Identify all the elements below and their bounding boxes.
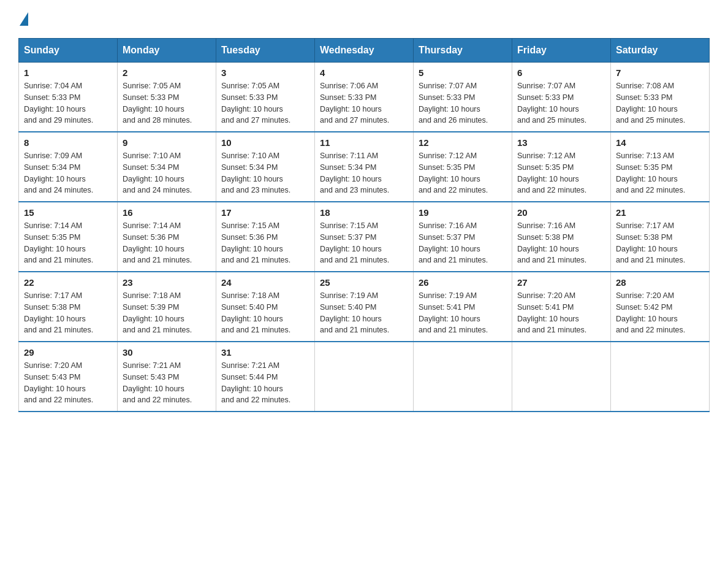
day-number: 7 — [616, 67, 704, 78]
calendar-header-row: SundayMondayTuesdayWednesdayThursdayFrid… — [19, 39, 710, 63]
day-number: 22 — [24, 277, 112, 288]
calendar-cell: 14 Sunrise: 7:13 AMSunset: 5:35 PMDaylig… — [611, 132, 710, 202]
calendar-week-row: 15 Sunrise: 7:14 AMSunset: 5:35 PMDaylig… — [19, 202, 710, 272]
day-number: 30 — [123, 347, 211, 358]
day-number: 1 — [24, 67, 112, 78]
calendar-cell: 23 Sunrise: 7:18 AMSunset: 5:39 PMDaylig… — [118, 272, 216, 342]
day-number: 15 — [24, 207, 112, 218]
calendar-cell: 28 Sunrise: 7:20 AMSunset: 5:42 PMDaylig… — [611, 272, 710, 342]
calendar-cell: 18 Sunrise: 7:15 AMSunset: 5:37 PMDaylig… — [315, 202, 414, 272]
day-number: 11 — [320, 137, 408, 148]
day-info: Sunrise: 7:11 AMSunset: 5:34 PMDaylight:… — [320, 150, 408, 196]
calendar-cell: 25 Sunrise: 7:19 AMSunset: 5:40 PMDaylig… — [315, 272, 414, 342]
day-info: Sunrise: 7:09 AMSunset: 5:34 PMDaylight:… — [24, 150, 112, 196]
day-number: 6 — [517, 67, 605, 78]
calendar-cell: 26 Sunrise: 7:19 AMSunset: 5:41 PMDaylig… — [414, 272, 512, 342]
col-header-saturday: Saturday — [611, 39, 710, 63]
day-number: 28 — [616, 277, 704, 288]
day-info: Sunrise: 7:12 AMSunset: 5:35 PMDaylight:… — [419, 150, 507, 196]
col-header-sunday: Sunday — [19, 39, 118, 63]
logo — [18, 12, 29, 26]
day-info: Sunrise: 7:05 AMSunset: 5:33 PMDaylight:… — [123, 80, 211, 126]
calendar-cell: 12 Sunrise: 7:12 AMSunset: 5:35 PMDaylig… — [414, 132, 512, 202]
calendar-cell: 20 Sunrise: 7:16 AMSunset: 5:38 PMDaylig… — [512, 202, 611, 272]
day-number: 20 — [517, 207, 605, 218]
day-info: Sunrise: 7:12 AMSunset: 5:35 PMDaylight:… — [517, 150, 605, 196]
day-info: Sunrise: 7:21 AMSunset: 5:43 PMDaylight:… — [123, 360, 211, 406]
day-number: 26 — [419, 277, 507, 288]
calendar-cell: 22 Sunrise: 7:17 AMSunset: 5:38 PMDaylig… — [19, 272, 118, 342]
day-number: 27 — [517, 277, 605, 288]
day-info: Sunrise: 7:20 AMSunset: 5:42 PMDaylight:… — [616, 290, 704, 336]
col-header-wednesday: Wednesday — [315, 39, 414, 63]
calendar-cell: 16 Sunrise: 7:14 AMSunset: 5:36 PMDaylig… — [118, 202, 216, 272]
calendar-table: SundayMondayTuesdayWednesdayThursdayFrid… — [18, 38, 710, 412]
day-info: Sunrise: 7:13 AMSunset: 5:35 PMDaylight:… — [616, 150, 704, 196]
day-info: Sunrise: 7:20 AMSunset: 5:41 PMDaylight:… — [517, 290, 605, 336]
day-info: Sunrise: 7:14 AMSunset: 5:36 PMDaylight:… — [123, 220, 211, 266]
day-info: Sunrise: 7:20 AMSunset: 5:43 PMDaylight:… — [24, 360, 112, 406]
day-info: Sunrise: 7:21 AMSunset: 5:44 PMDaylight:… — [221, 360, 309, 406]
day-number: 19 — [419, 207, 507, 218]
day-number: 24 — [221, 277, 309, 288]
day-number: 25 — [320, 277, 408, 288]
calendar-cell: 3 Sunrise: 7:05 AMSunset: 5:33 PMDayligh… — [216, 63, 315, 132]
calendar-cell — [315, 342, 414, 412]
day-info: Sunrise: 7:19 AMSunset: 5:40 PMDaylight:… — [320, 290, 408, 336]
day-number: 5 — [419, 67, 507, 78]
col-header-thursday: Thursday — [414, 39, 512, 63]
day-info: Sunrise: 7:18 AMSunset: 5:39 PMDaylight:… — [123, 290, 211, 336]
calendar-week-row: 1 Sunrise: 7:04 AMSunset: 5:33 PMDayligh… — [19, 63, 710, 132]
page-header — [18, 12, 710, 26]
calendar-cell — [611, 342, 710, 412]
day-number: 4 — [320, 67, 408, 78]
day-info: Sunrise: 7:07 AMSunset: 5:33 PMDaylight:… — [517, 80, 605, 126]
day-number: 10 — [221, 137, 309, 148]
calendar-cell: 5 Sunrise: 7:07 AMSunset: 5:33 PMDayligh… — [414, 63, 512, 132]
calendar-cell: 29 Sunrise: 7:20 AMSunset: 5:43 PMDaylig… — [19, 342, 118, 412]
calendar-cell: 4 Sunrise: 7:06 AMSunset: 5:33 PMDayligh… — [315, 63, 414, 132]
col-header-friday: Friday — [512, 39, 611, 63]
day-info: Sunrise: 7:17 AMSunset: 5:38 PMDaylight:… — [616, 220, 704, 266]
calendar-cell: 31 Sunrise: 7:21 AMSunset: 5:44 PMDaylig… — [216, 342, 315, 412]
day-info: Sunrise: 7:16 AMSunset: 5:38 PMDaylight:… — [517, 220, 605, 266]
day-number: 13 — [517, 137, 605, 148]
calendar-cell: 1 Sunrise: 7:04 AMSunset: 5:33 PMDayligh… — [19, 63, 118, 132]
calendar-cell: 6 Sunrise: 7:07 AMSunset: 5:33 PMDayligh… — [512, 63, 611, 132]
day-number: 9 — [123, 137, 211, 148]
calendar-cell: 10 Sunrise: 7:10 AMSunset: 5:34 PMDaylig… — [216, 132, 315, 202]
calendar-cell: 2 Sunrise: 7:05 AMSunset: 5:33 PMDayligh… — [118, 63, 216, 132]
calendar-cell — [512, 342, 611, 412]
day-number: 8 — [24, 137, 112, 148]
day-number: 31 — [221, 347, 309, 358]
day-info: Sunrise: 7:06 AMSunset: 5:33 PMDaylight:… — [320, 80, 408, 126]
day-info: Sunrise: 7:04 AMSunset: 5:33 PMDaylight:… — [24, 80, 112, 126]
day-info: Sunrise: 7:07 AMSunset: 5:33 PMDaylight:… — [419, 80, 507, 126]
day-number: 21 — [616, 207, 704, 218]
calendar-cell: 11 Sunrise: 7:11 AMSunset: 5:34 PMDaylig… — [315, 132, 414, 202]
day-info: Sunrise: 7:17 AMSunset: 5:38 PMDaylight:… — [24, 290, 112, 336]
day-number: 23 — [123, 277, 211, 288]
day-number: 17 — [221, 207, 309, 218]
calendar-cell: 19 Sunrise: 7:16 AMSunset: 5:37 PMDaylig… — [414, 202, 512, 272]
day-number: 14 — [616, 137, 704, 148]
day-info: Sunrise: 7:15 AMSunset: 5:36 PMDaylight:… — [221, 220, 309, 266]
calendar-cell: 30 Sunrise: 7:21 AMSunset: 5:43 PMDaylig… — [118, 342, 216, 412]
day-info: Sunrise: 7:15 AMSunset: 5:37 PMDaylight:… — [320, 220, 408, 266]
calendar-week-row: 22 Sunrise: 7:17 AMSunset: 5:38 PMDaylig… — [19, 272, 710, 342]
calendar-cell: 7 Sunrise: 7:08 AMSunset: 5:33 PMDayligh… — [611, 63, 710, 132]
day-info: Sunrise: 7:16 AMSunset: 5:37 PMDaylight:… — [419, 220, 507, 266]
day-info: Sunrise: 7:18 AMSunset: 5:40 PMDaylight:… — [221, 290, 309, 336]
day-number: 12 — [419, 137, 507, 148]
calendar-week-row: 29 Sunrise: 7:20 AMSunset: 5:43 PMDaylig… — [19, 342, 710, 412]
day-number: 18 — [320, 207, 408, 218]
calendar-cell: 24 Sunrise: 7:18 AMSunset: 5:40 PMDaylig… — [216, 272, 315, 342]
day-info: Sunrise: 7:10 AMSunset: 5:34 PMDaylight:… — [221, 150, 309, 196]
day-number: 3 — [221, 67, 309, 78]
day-info: Sunrise: 7:19 AMSunset: 5:41 PMDaylight:… — [419, 290, 507, 336]
day-number: 16 — [123, 207, 211, 218]
calendar-cell: 9 Sunrise: 7:10 AMSunset: 5:34 PMDayligh… — [118, 132, 216, 202]
calendar-cell: 15 Sunrise: 7:14 AMSunset: 5:35 PMDaylig… — [19, 202, 118, 272]
day-info: Sunrise: 7:14 AMSunset: 5:35 PMDaylight:… — [24, 220, 112, 266]
day-info: Sunrise: 7:08 AMSunset: 5:33 PMDaylight:… — [616, 80, 704, 126]
